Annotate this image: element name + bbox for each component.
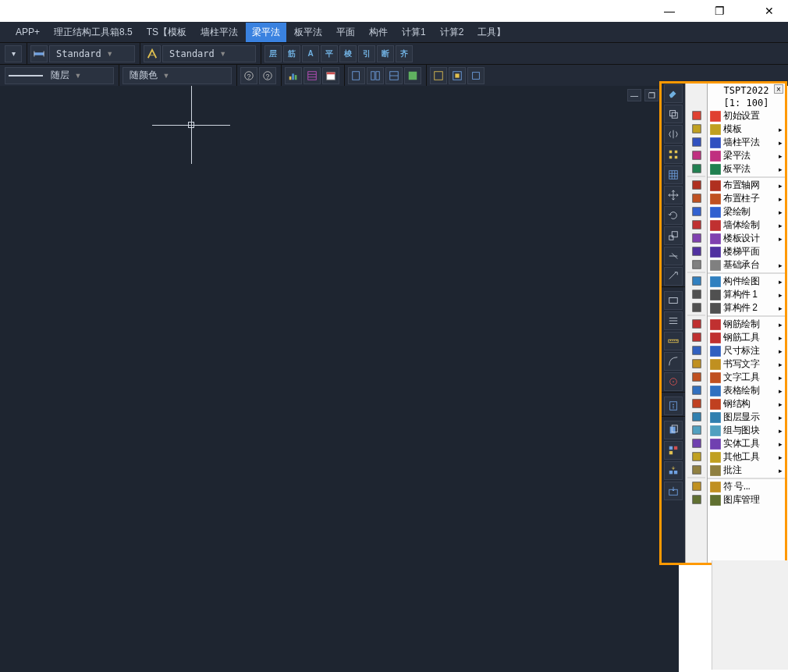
vt-rotate-button[interactable] xyxy=(664,206,683,225)
menu-item[interactable]: 墙柱平法 xyxy=(194,23,244,42)
help-button-2[interactable]: ? xyxy=(259,67,276,84)
side-icon[interactable] xyxy=(688,191,705,204)
window-minimize-button[interactable]: — xyxy=(654,0,685,22)
vt-info-button[interactable] xyxy=(664,396,683,415)
ribbon-button[interactable]: 断 xyxy=(377,45,394,62)
menu-panel-item[interactable]: 批注▸ xyxy=(708,464,785,477)
menu-panel-item[interactable]: 钢结构▸ xyxy=(708,397,785,411)
tool-btn-f[interactable] xyxy=(449,67,466,84)
side-icon[interactable] xyxy=(688,244,705,258)
menu-item[interactable]: 工具】 xyxy=(471,23,512,42)
side-icon[interactable] xyxy=(688,370,705,383)
menu-panel-item[interactable]: 初始设置 xyxy=(708,109,785,123)
menu-panel-item[interactable]: 模板▸ xyxy=(708,123,785,136)
menu-panel-item[interactable]: 组与图块▸ xyxy=(708,424,785,437)
side-icon[interactable] xyxy=(688,258,705,271)
vt-export-button[interactable] xyxy=(664,482,683,500)
vt-rect-button[interactable] xyxy=(664,291,683,310)
window-maximize-button[interactable]: ❐ xyxy=(704,0,735,22)
tool-btn-b[interactable] xyxy=(367,67,384,84)
tool-btn-calendar[interactable] xyxy=(322,67,339,84)
ribbon-button[interactable]: 梭 xyxy=(339,45,357,62)
menu-panel-item[interactable]: 构件绘图▸ xyxy=(708,275,785,288)
menu-item[interactable]: TS【模板 xyxy=(140,23,193,42)
side-icon[interactable] xyxy=(688,423,705,436)
dimstyle-icon[interactable] xyxy=(30,45,48,62)
color-dropdown[interactable]: 随颜色 ▼ xyxy=(122,67,232,84)
ribbon-button[interactable]: 引 xyxy=(358,45,375,62)
menu-panel-item[interactable]: 楼梯平面 xyxy=(708,245,785,258)
vt-ruler-button[interactable] xyxy=(664,332,683,350)
menu-panel-item[interactable]: 表格绘制▸ xyxy=(708,384,785,397)
side-icon[interactable] xyxy=(688,330,705,343)
menu-item[interactable]: 板平法 xyxy=(288,23,328,42)
side-icon[interactable] xyxy=(688,383,705,396)
window-close-button[interactable]: ✕ xyxy=(754,0,785,22)
vt-arc-button[interactable] xyxy=(664,352,683,371)
side-icon[interactable] xyxy=(688,231,705,244)
menu-panel-item[interactable]: 文字工具▸ xyxy=(708,371,785,384)
menu-panel-item[interactable]: 楼板设计▸ xyxy=(708,232,785,245)
side-icon[interactable] xyxy=(688,135,705,148)
menu-panel-item[interactable]: 符 号... xyxy=(708,480,785,493)
menu-item[interactable]: 计算1 xyxy=(396,23,432,42)
side-icon[interactable] xyxy=(688,479,705,492)
menu-panel-item[interactable]: 算构件 2▸ xyxy=(708,301,785,315)
tool-btn-c[interactable] xyxy=(385,67,403,84)
viewport-minimize-button[interactable]: — xyxy=(627,89,641,101)
vt-copy2-button[interactable] xyxy=(664,421,683,439)
side-icon[interactable] xyxy=(688,450,705,463)
menu-item[interactable]: 构件 xyxy=(363,23,394,42)
vt-blocks-button[interactable] xyxy=(664,441,683,460)
tool-btn-chart[interactable] xyxy=(285,67,302,84)
viewport-restore-button[interactable]: ❐ xyxy=(644,89,658,101)
menu-item[interactable]: 理正结构工具箱8.5 xyxy=(48,23,139,42)
tool-btn-layers[interactable] xyxy=(303,67,321,84)
drawing-canvas[interactable]: — ❐ ✕ xyxy=(0,86,679,672)
panel-close-button[interactable]: × xyxy=(774,84,783,94)
ribbon-button[interactable]: 齐 xyxy=(396,45,413,62)
vt-list-button[interactable] xyxy=(664,311,683,330)
scroll-area[interactable] xyxy=(712,560,788,670)
menu-panel-item[interactable]: 其他工具▸ xyxy=(708,450,785,464)
help-button-1[interactable]: ? xyxy=(240,67,257,84)
menu-panel-item[interactable]: 墙柱平法▸ xyxy=(708,136,785,149)
side-icon[interactable] xyxy=(688,108,705,122)
vt-move-button[interactable] xyxy=(664,186,683,204)
menu-panel-item[interactable]: 墙体绘制▸ xyxy=(708,219,785,232)
vt-scale-button[interactable] xyxy=(664,226,683,245)
side-icon[interactable] xyxy=(688,274,705,287)
menu-item[interactable]: APP+ xyxy=(9,23,46,41)
tool-btn-d[interactable] xyxy=(404,67,421,84)
vt-grid-button[interactable] xyxy=(664,145,683,164)
side-icon[interactable] xyxy=(688,410,705,423)
vt-copy-button[interactable] xyxy=(664,105,683,123)
side-icon[interactable] xyxy=(688,218,705,231)
side-icon[interactable] xyxy=(688,463,705,476)
vt-trim-button[interactable] xyxy=(664,247,683,265)
side-icon[interactable] xyxy=(688,317,705,330)
menu-panel-item[interactable]: 板平法▸ xyxy=(708,162,785,176)
menu-panel-item[interactable]: 算构件 1▸ xyxy=(708,288,785,301)
vt-target-button[interactable] xyxy=(664,372,683,391)
ribbon-button[interactable]: 层 xyxy=(264,45,282,62)
ribbon-button[interactable]: A xyxy=(302,45,319,62)
menu-panel-item[interactable]: 布置轴网▸ xyxy=(708,179,785,192)
dimstyle-dropdown[interactable]: Standard ▼ xyxy=(49,45,135,62)
menu-panel-item[interactable]: 实体工具▸ xyxy=(708,437,785,450)
menu-panel-item[interactable]: 梁平法▸ xyxy=(708,149,785,162)
vt-eraser-button[interactable] xyxy=(664,84,683,103)
menu-panel-item[interactable]: 梁绘制▸ xyxy=(708,205,785,219)
side-icon[interactable] xyxy=(688,357,705,370)
side-icon[interactable] xyxy=(688,178,705,191)
side-icon[interactable] xyxy=(688,162,705,175)
menu-panel-item[interactable]: 钢筋工具▸ xyxy=(708,331,785,344)
vt-table-button[interactable] xyxy=(664,165,683,184)
textstyle-icon[interactable] xyxy=(144,45,161,62)
side-icon[interactable] xyxy=(688,204,705,218)
dropdown-chevron-button[interactable]: ▾ xyxy=(5,45,22,62)
vt-extend-button[interactable] xyxy=(664,267,683,286)
tool-btn-g[interactable] xyxy=(467,67,485,84)
menu-panel-item[interactable]: 书写文字▸ xyxy=(708,357,785,371)
menu-panel-item[interactable]: 图库管理 xyxy=(708,493,785,507)
